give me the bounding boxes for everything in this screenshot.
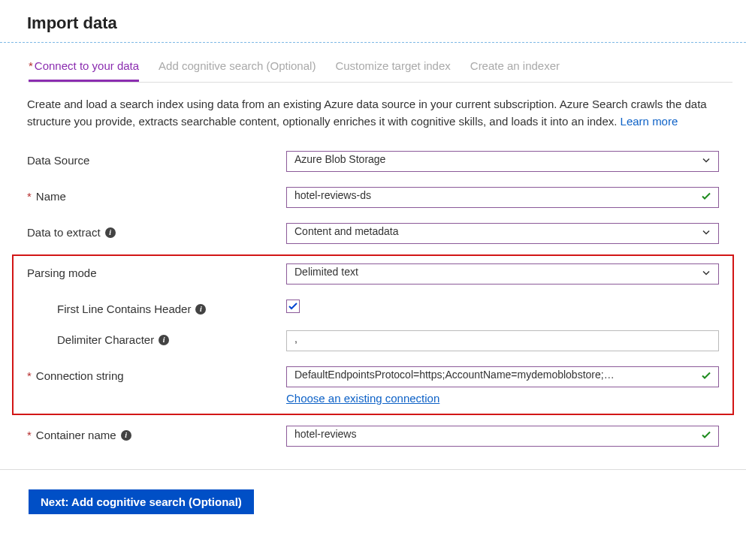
description-text: Create and load a search index using dat… <box>0 83 746 136</box>
choose-existing-link[interactable]: Choose an existing connection <box>286 387 719 406</box>
select-parsing-mode[interactable]: Delimited text <box>286 263 719 285</box>
label-first-line-header: First Line Contains Header i <box>27 300 286 315</box>
label-parsing-mode: Parsing mode <box>27 263 286 279</box>
row-data-source: Data Source Azure Blob Storage <box>27 143 719 179</box>
label-delimiter: Delimiter Character i <box>27 330 286 346</box>
divider <box>0 42 746 43</box>
select-data-source[interactable]: Azure Blob Storage <box>286 151 719 172</box>
info-icon[interactable]: i <box>105 227 116 238</box>
select-data-extract[interactable]: Content and metadata <box>286 223 719 244</box>
label-name: *Name <box>27 187 286 203</box>
tab-create-indexer[interactable]: Create an indexer <box>470 59 560 82</box>
row-first-line-header: First Line Contains Header i <box>27 292 719 323</box>
row-name: *Name hotel-reviews-ds <box>27 179 719 215</box>
form-area: Data Source Azure Blob Storage *Name hot… <box>0 136 746 462</box>
info-icon[interactable]: i <box>121 430 131 441</box>
row-connection-string: *Connection string DefaultEndpointsProto… <box>27 359 719 414</box>
input-delimiter[interactable]: , <box>286 330 719 351</box>
input-container-name[interactable]: hotel-reviews <box>286 426 719 447</box>
info-icon[interactable]: i <box>195 304 206 315</box>
check-icon <box>701 191 711 204</box>
footer-divider <box>0 469 746 470</box>
input-connection-string[interactable]: DefaultEndpointsProtocol=https;AccountNa… <box>286 366 719 387</box>
check-icon <box>701 430 711 443</box>
page-title: Import data <box>0 0 746 42</box>
checkbox-first-line-header[interactable] <box>286 300 300 313</box>
row-delimiter: Delimiter Character i , <box>27 323 719 359</box>
input-name[interactable]: hotel-reviews-ds <box>286 187 719 208</box>
wizard-tabs: *Connect to your data Add cognitive sear… <box>29 59 732 83</box>
info-icon[interactable]: i <box>159 335 169 345</box>
row-parsing-mode: Parsing mode Delimited text <box>27 256 719 292</box>
tab-customize-index[interactable]: Customize target index <box>335 59 450 82</box>
highlighted-section: Parsing mode Delimited text First Line C… <box>12 254 734 415</box>
label-data-extract: Data to extract i <box>27 223 286 239</box>
label-connection-string: *Connection string <box>27 366 286 382</box>
tab-connect-data[interactable]: *Connect to your data <box>29 59 139 82</box>
label-data-source: Data Source <box>27 151 286 167</box>
row-container-name: *Container name i hotel-reviews <box>27 418 719 454</box>
learn-more-link[interactable]: Learn more <box>621 115 678 128</box>
label-container-name: *Container name i <box>27 426 286 441</box>
tab-cognitive-search[interactable]: Add cognitive search (Optional) <box>159 59 316 82</box>
row-data-extract: Data to extract i Content and metadata <box>27 215 719 251</box>
next-button[interactable]: Next: Add cognitive search (Optional) <box>29 489 254 514</box>
check-icon <box>701 371 711 384</box>
